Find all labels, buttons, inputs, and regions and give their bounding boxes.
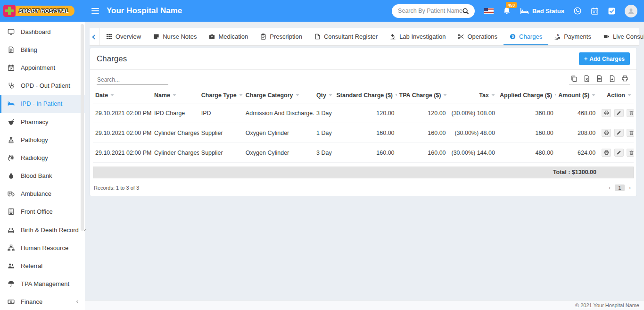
pencil-icon [616,150,621,155]
table-row: 29.10.2021 02:00 PM Cylinder Charges Sup… [93,143,634,163]
col-applied-charge[interactable]: Applied Charge ($) [497,88,556,103]
tab-live-consultation[interactable]: Live Consultation [597,28,644,45]
sidebar: Dashboard Billing Appointment OPD - Out … [0,22,85,310]
blood-drop-icon [8,172,15,179]
sidebar-item-pharmacy[interactable]: Pharmacy [0,113,85,131]
records-count: Records: 1 to 3 of 3 [94,185,139,191]
table-row: 29.10.2021 02:00 PM Cylinder Charges Sup… [93,123,634,143]
export-excel-icon[interactable] [583,75,590,82]
sidebar-item-pathology[interactable]: Pathology [0,131,85,149]
sidebar-item-birth-death-record[interactable]: Birth & Death Record [0,221,85,239]
table-search-input[interactable] [97,75,168,85]
menu-toggle-icon[interactable] [91,7,99,15]
notifications-button[interactable]: 453 [503,7,511,15]
billing-icon [8,46,15,53]
sidebar-item-ambulance[interactable]: Ambulance [0,185,85,203]
sidebar-item-opd[interactable]: OPD - Out Patient [0,77,85,95]
sidebar-item-front-office[interactable]: Front Office [0,203,85,221]
trash-icon [629,150,634,155]
patient-search-input[interactable] [398,8,462,14]
sort-caret-icon [554,94,556,96]
row-delete-button[interactable] [627,149,634,157]
sidebar-scrollbar[interactable] [81,24,84,231]
top-header: SMART HOSPITAL Your Hospital Name 453 Be… [0,0,644,22]
tab-overview[interactable]: Overview [100,28,147,45]
copy-icon[interactable] [570,75,578,82]
calendar-icon[interactable] [591,7,599,15]
row-delete-button[interactable] [627,109,634,117]
user-avatar[interactable] [625,5,637,17]
col-tpa-charge[interactable]: TPA Charge ($) [397,88,448,103]
row-edit-button[interactable] [614,109,624,117]
col-amount[interactable]: Amount ($) [556,88,598,103]
sort-caret-icon [110,94,114,96]
sidebar-item-appointment[interactable]: Appointment [0,59,85,76]
submenu-chevron-icon [76,300,80,303]
table-row: 29.10.2021 02:00 PM IPD Charge IPD Admis… [93,103,634,123]
tab-prescription[interactable]: Prescription [254,28,308,45]
tab-consultant-register[interactable]: Consultant Register [308,28,384,45]
sidebar-item-dashboard[interactable]: Dashboard [0,23,85,41]
chevron-left-icon [92,34,97,39]
col-standard-charge[interactable]: Standard Charge ($) [334,88,397,103]
col-charge-type[interactable]: Charge Type [199,88,243,103]
language-flag-icon[interactable] [484,8,494,14]
sidebar-item-ipd[interactable]: IPD - In Patient [0,95,85,113]
export-pdf-icon[interactable] [609,75,616,82]
svg-text:$: $ [512,34,514,39]
tab-nurse-notes[interactable]: Nurse Notes [147,28,203,45]
export-csv-icon[interactable] [596,75,603,82]
main-content: Overview Nurse Notes Medication Prescrip… [85,22,644,310]
add-charges-button[interactable]: + Add Charges [579,52,630,65]
app-title: Your Hospital Name [107,6,182,16]
bed-icon [520,8,529,15]
sort-caret-icon [329,94,332,96]
row-print-button[interactable] [602,109,611,117]
col-action[interactable]: Action [598,88,634,103]
sidebar-item-referral[interactable]: Referral [0,257,85,275]
total-row: Total : $1300.00 [93,167,634,178]
clipboard-check-icon [260,34,266,40]
prev-page-button[interactable]: ‹ [609,184,611,191]
sidebar-item-human-resource[interactable]: Human Resource [0,239,85,257]
flask-icon [8,136,15,143]
tasks-icon[interactable] [608,7,616,15]
umbrella-icon [8,280,15,287]
tab-operations[interactable]: Operations [452,28,504,45]
users-icon [8,262,15,269]
col-name[interactable]: Name [152,88,199,103]
print-icon[interactable] [621,75,628,82]
row-edit-button[interactable] [614,149,624,157]
col-date[interactable]: Date [93,88,152,103]
sidebar-item-billing[interactable]: Billing [0,41,85,59]
current-page-button[interactable]: 1 [615,184,624,191]
tab-payments[interactable]: $ Payments [548,28,597,45]
sort-caret-icon [592,94,595,96]
row-delete-button[interactable] [627,129,634,137]
sidebar-item-radiology[interactable]: Radiology [0,149,85,167]
bed-status-button[interactable]: Bed Status [520,8,564,15]
whatsapp-icon[interactable] [573,7,582,15]
row-print-button[interactable] [602,129,611,137]
next-page-button[interactable]: › [629,184,631,191]
col-tax[interactable]: Tax [448,88,497,103]
col-qty[interactable]: Qty [314,88,334,103]
tabs-scroll-left-button[interactable] [90,28,100,45]
pagination: ‹ 1 › [609,184,633,191]
app-logo[interactable]: SMART HOSPITAL [0,0,85,22]
tab-medication[interactable]: Medication [203,28,254,45]
row-print-button[interactable] [602,149,611,157]
sidebar-item-finance[interactable]: Finance [0,293,85,310]
col-charge-category[interactable]: Charge Category [243,88,314,103]
sidebar-item-tpa-management[interactable]: TPA Management [0,275,85,293]
appointment-icon [8,64,15,71]
sort-caret-icon [173,94,176,96]
search-icon[interactable] [462,8,469,15]
sidebar-item-blood-bank[interactable]: Blood Bank [0,167,85,185]
row-edit-button[interactable] [614,129,624,137]
money-bill-icon [8,298,15,305]
tab-lab-investigation[interactable]: Lab Investigation [384,28,452,45]
trash-icon [629,110,634,116]
tab-charges[interactable]: $ Charges [504,28,548,45]
export-toolbar [569,75,630,85]
